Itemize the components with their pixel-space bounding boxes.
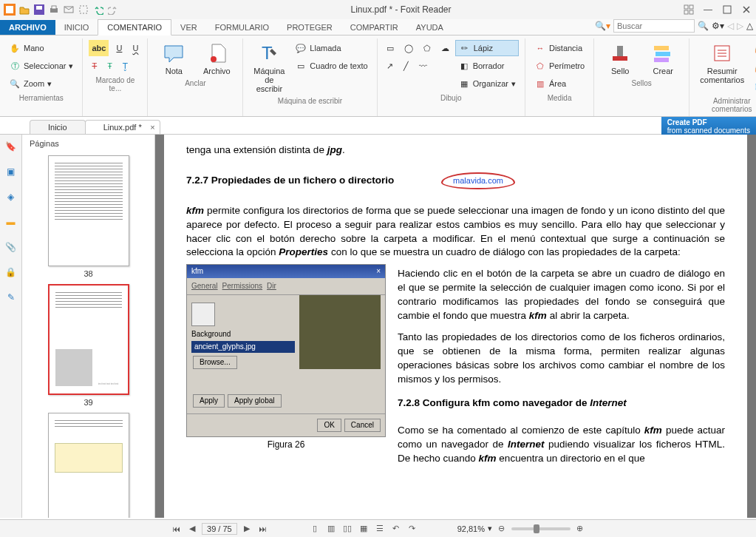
- view-single-icon[interactable]: ▯: [308, 523, 321, 535]
- comments-icon[interactable]: ▬: [4, 215, 18, 229]
- status-bar: ⏮ ◀ 39 / 75 ▶ ⏭ ▯ ▥ ▯▯ ▦ ☰ ↶ ↷ 92,81%▾ ⊖…: [0, 519, 756, 537]
- svg-rect-16: [654, 46, 669, 50]
- search-icon[interactable]: 🔍: [698, 21, 709, 31]
- pages-icon[interactable]: ▣: [4, 164, 18, 179]
- open-icon[interactable]: [18, 3, 31, 16]
- view-facing-icon[interactable]: ▯▯: [341, 523, 354, 535]
- zoom-out-icon[interactable]: ⊖: [495, 523, 508, 535]
- strikeout-tool[interactable]: T: [89, 58, 100, 74]
- view-continuous-facing-icon[interactable]: ▦: [357, 523, 370, 535]
- distance-tool[interactable]: ↔Distancia: [531, 40, 588, 56]
- cloud-tool[interactable]: ☁: [438, 40, 452, 56]
- doctab-start[interactable]: Inicio: [30, 120, 86, 134]
- doctab-linux[interactable]: Linux.pdf *×: [85, 120, 160, 134]
- squiggly-tool[interactable]: U: [129, 40, 141, 56]
- settings-icon[interactable]: ⚙▾: [712, 21, 724, 31]
- zoom-in-icon[interactable]: ⊕: [573, 523, 587, 535]
- tab-protect[interactable]: PROTEGER: [278, 20, 341, 35]
- arrow-tool[interactable]: ↗: [384, 58, 396, 74]
- rotate-right-icon[interactable]: ↷: [406, 523, 419, 535]
- pencil-tool[interactable]: ✏Lápiz: [455, 40, 519, 56]
- zoom-tool[interactable]: 🔍Zoom▾: [6, 75, 76, 92]
- attachments-icon[interactable]: 📎: [4, 240, 18, 254]
- print-icon[interactable]: [47, 3, 61, 16]
- line-tool[interactable]: ╱: [401, 58, 412, 74]
- mail-icon[interactable]: [62, 3, 75, 16]
- undo-icon[interactable]: [92, 3, 105, 16]
- tab-share[interactable]: COMPARTIR: [341, 20, 407, 35]
- tab-comment[interactable]: COMENTARIO: [98, 19, 171, 36]
- thumb-39-num: 39: [25, 398, 151, 407]
- polygon-tool[interactable]: ⬠: [420, 40, 434, 56]
- close-icon[interactable]: [740, 3, 753, 16]
- snapshot-icon[interactable]: [77, 3, 90, 16]
- ribbon-toggle-icon[interactable]: [682, 3, 695, 16]
- area-tool[interactable]: ▥Área: [531, 75, 588, 92]
- typewriter-tool[interactable]: TMáquina de escribir: [249, 40, 289, 95]
- svg-rect-18: [654, 58, 669, 62]
- callout-tool[interactable]: 💬Llamada: [292, 40, 370, 56]
- oval-tool[interactable]: ◯: [401, 40, 416, 56]
- textbox-tool[interactable]: ▭Cuadro de texto: [292, 58, 370, 74]
- next-page-icon[interactable]: ▶: [240, 523, 253, 535]
- find-icon[interactable]: 🔍▾: [595, 21, 610, 31]
- rotate-left-icon[interactable]: ↶: [389, 523, 403, 535]
- group-manage-label: Administrar comentarios: [695, 95, 756, 115]
- save-icon[interactable]: [33, 3, 46, 16]
- tab-form[interactable]: FORMULARIO: [206, 20, 278, 35]
- minimize-icon[interactable]: —: [701, 3, 715, 16]
- eraser-tool[interactable]: ◧Borrador: [455, 58, 519, 74]
- promo-banner[interactable]: Create PDFfrom scanned documents: [661, 117, 756, 136]
- redo-icon[interactable]: [106, 3, 120, 16]
- create-stamp-tool[interactable]: Crear: [643, 40, 683, 77]
- doctab-close-icon[interactable]: ×: [150, 123, 154, 132]
- thumb-40[interactable]: 40: [25, 413, 151, 518]
- tab-file[interactable]: ARCHIVO: [0, 20, 55, 35]
- kfm-file: ancient_glyphs.jpg: [191, 341, 295, 353]
- thumb-38[interactable]: 38: [25, 155, 151, 278]
- layers-icon[interactable]: ◈: [4, 189, 18, 204]
- signatures-icon[interactable]: ✎: [4, 290, 18, 305]
- first-page-icon[interactable]: ⏮: [169, 523, 183, 535]
- underline-tool[interactable]: U: [113, 40, 125, 56]
- tab-home[interactable]: INICIO: [55, 20, 98, 35]
- annotation[interactable]: malavida.com: [441, 172, 515, 189]
- document-view[interactable]: tenga una extensión distinta de jpg. 7.2…: [155, 135, 756, 518]
- nav-next-icon[interactable]: ▷: [737, 21, 743, 31]
- rect-tool[interactable]: ▭: [384, 40, 397, 56]
- bookmarks-icon[interactable]: 🔖: [4, 139, 18, 154]
- select-tool[interactable]: ⓉSeleccionar▾: [6, 58, 76, 74]
- polyline-tool[interactable]: 〰: [416, 58, 430, 74]
- collapse-ribbon-icon[interactable]: △: [746, 21, 753, 31]
- thumb-39[interactable]: text text text text text 39: [25, 284, 151, 407]
- note-label: Nota: [166, 67, 183, 75]
- last-page-icon[interactable]: ⏭: [256, 523, 270, 535]
- file-attach-tool[interactable]: Archivo: [197, 40, 236, 77]
- insert-tool[interactable]: T̬: [120, 58, 131, 74]
- replace-tool[interactable]: Ŧ: [104, 58, 115, 74]
- security-icon[interactable]: 🔒: [4, 265, 18, 280]
- summarize-tool[interactable]: Resumir comentarios: [695, 40, 749, 95]
- note-tool[interactable]: Nota: [154, 40, 194, 77]
- heading-727: 7.2.7 Propiedades de un fichero o direct…: [186, 174, 394, 188]
- prev-page-icon[interactable]: ◀: [185, 523, 199, 535]
- organize-tool[interactable]: ▦Organizar▾: [455, 75, 519, 92]
- app-icon[interactable]: [3, 3, 16, 16]
- group-stamps: Sello Crear Sellos: [594, 38, 689, 116]
- view-continuous-icon[interactable]: ▥: [324, 523, 338, 535]
- stamp-tool[interactable]: Sello: [600, 40, 640, 77]
- perimeter-tool[interactable]: ⬠Perímetro: [531, 58, 588, 74]
- view-reflow-icon[interactable]: ☰: [373, 523, 386, 535]
- fdf-icon[interactable]: 📧: [752, 78, 756, 95]
- maximize-icon[interactable]: [721, 3, 734, 16]
- hand-tool[interactable]: ✋Mano: [6, 40, 76, 56]
- tab-help[interactable]: AYUDA: [407, 20, 452, 35]
- page-number[interactable]: 39 / 75: [202, 523, 237, 535]
- search-input[interactable]: [613, 19, 695, 33]
- export-comments-icon[interactable]: 📤: [752, 59, 756, 75]
- zoom-slider[interactable]: [511, 527, 571, 530]
- nav-prev-icon[interactable]: ◁: [727, 21, 734, 31]
- tab-view[interactable]: VER: [171, 20, 206, 35]
- import-comments-icon[interactable]: 📥: [752, 40, 756, 56]
- highlight-tool[interactable]: abc: [89, 40, 109, 56]
